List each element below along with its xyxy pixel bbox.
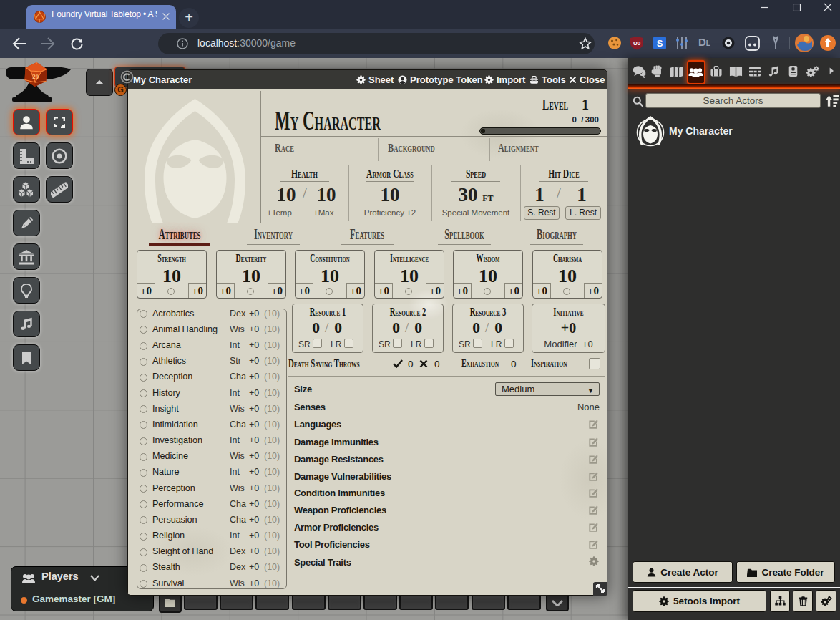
- svg-text:U0: U0: [633, 40, 641, 47]
- svg-text:S: S: [657, 38, 663, 49]
- svg-text:20: 20: [32, 73, 39, 81]
